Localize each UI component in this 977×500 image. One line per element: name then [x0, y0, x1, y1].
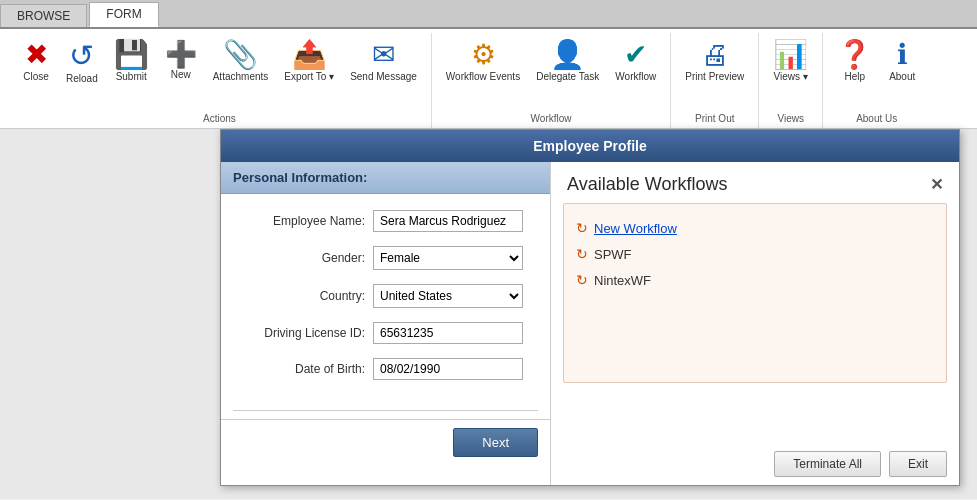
country-select[interactable]: United States Canada UK: [373, 284, 523, 308]
views-group-label: Views: [777, 111, 804, 128]
workflow-button[interactable]: ✔ Workflow: [609, 37, 662, 86]
personal-info-panel: Personal Information: Employee Name: Gen…: [221, 162, 551, 485]
profile-body: Personal Information: Employee Name: Gen…: [221, 162, 959, 485]
ribbon: ✖ Close ↺ Reload 💾 Submit ➕ New 📎 Attach…: [0, 29, 977, 129]
driving-license-input[interactable]: [373, 322, 523, 344]
ribbon-group-workflow: ⚙ Workflow Events 👤 Delegate Task ✔ Work…: [432, 33, 671, 128]
gender-row: Gender: Female Male Other: [233, 246, 538, 270]
aboutus-group-label: About Us: [856, 111, 897, 128]
actions-group-label: Actions: [203, 111, 236, 128]
employee-name-input[interactable]: [373, 210, 523, 232]
workflow-sync-icon-3: ↻: [576, 272, 588, 288]
employee-name-label: Employee Name:: [233, 214, 373, 228]
country-label: Country:: [233, 289, 373, 303]
dob-row: Date of Birth:: [233, 358, 538, 380]
driving-license-label: Driving License ID:: [233, 326, 373, 340]
workflows-list-area: ↻ New Workflow ↻ SPWF ↻ NintexWF: [563, 203, 947, 383]
new-button[interactable]: ➕ New: [159, 37, 203, 84]
gender-select[interactable]: Female Male Other: [373, 246, 523, 270]
profile-title-bar: Employee Profile: [221, 130, 959, 162]
attachments-button[interactable]: 📎 Attachments: [207, 37, 275, 86]
workflow-group-label: Workflow: [531, 111, 572, 128]
nintex-label: NintexWF: [594, 273, 651, 288]
print-preview-button[interactable]: 🖨 Print Preview: [679, 37, 750, 86]
ribbon-group-printout: 🖨 Print Preview Print Out: [671, 33, 759, 128]
workflow-item-new[interactable]: ↻ New Workflow: [576, 220, 934, 236]
close-button[interactable]: ✖ Close: [16, 37, 56, 86]
exit-button[interactable]: Exit: [889, 451, 947, 477]
info-icon: ℹ: [897, 41, 908, 69]
workflow-sync-icon-2: ↻: [576, 246, 588, 262]
submit-button[interactable]: 💾 Submit: [108, 37, 155, 86]
ribbon-group-aboutus: ❓ Help ℹ About About Us: [823, 33, 930, 128]
reload-icon: ↺: [69, 41, 94, 71]
save-icon: 💾: [114, 41, 149, 69]
ribbon-group-views: 📊 Views ▾ Views: [759, 33, 823, 128]
section-header: Personal Information:: [221, 162, 550, 194]
workflow-icon: ✔: [624, 41, 647, 69]
views-icon: 📊: [773, 41, 808, 69]
email-icon: ✉: [372, 41, 395, 69]
delegate-task-button[interactable]: 👤 Delegate Task: [530, 37, 605, 86]
spwf-label: SPWF: [594, 247, 632, 262]
workflow-events-button[interactable]: ⚙ Workflow Events: [440, 37, 526, 86]
workflows-close-button[interactable]: ✕: [930, 177, 943, 193]
workflow-item-spwf[interactable]: ↻ SPWF: [576, 246, 934, 262]
new-icon: ➕: [165, 41, 197, 67]
form-body: Employee Name: Gender: Female Male Other: [221, 194, 550, 410]
new-workflow-link[interactable]: New Workflow: [594, 221, 677, 236]
dob-input[interactable]: [373, 358, 523, 380]
profile-window: Employee Profile Personal Information: E…: [220, 129, 960, 486]
help-icon: ❓: [837, 41, 872, 69]
workflow-item-nintex[interactable]: ↻ NintexWF: [576, 272, 934, 288]
country-row: Country: United States Canada UK: [233, 284, 538, 308]
terminate-all-button[interactable]: Terminate All: [774, 451, 881, 477]
send-message-button[interactable]: ✉ Send Message: [344, 37, 423, 86]
workflows-panel: Available Workflows ✕ ↻ New Workflow ↻: [551, 162, 959, 485]
reload-button[interactable]: ↺ Reload: [60, 37, 104, 88]
main-content: Employee Profile Personal Information: E…: [0, 129, 977, 499]
workflows-title: Available Workflows: [567, 174, 727, 195]
gender-label: Gender:: [233, 251, 373, 265]
close-icon: ✖: [25, 41, 48, 69]
employee-name-row: Employee Name:: [233, 210, 538, 232]
workflow-events-icon: ⚙: [471, 41, 496, 69]
printout-group-label: Print Out: [695, 111, 734, 128]
dob-label: Date of Birth:: [233, 362, 373, 376]
driving-license-row: Driving License ID:: [233, 322, 538, 344]
export-to-button[interactable]: 📤 Export To ▾: [278, 37, 340, 86]
next-button[interactable]: Next: [453, 428, 538, 457]
delegate-icon: 👤: [550, 41, 585, 69]
export-icon: 📤: [292, 41, 327, 69]
tab-form[interactable]: FORM: [89, 2, 158, 27]
profile-title: Employee Profile: [533, 138, 647, 154]
views-button[interactable]: 📊 Views ▾: [767, 37, 814, 86]
tab-browse[interactable]: BROWSE: [0, 4, 87, 27]
ribbon-group-actions: ✖ Close ↺ Reload 💾 Submit ➕ New 📎 Attach…: [8, 33, 432, 128]
paperclip-icon: 📎: [223, 41, 258, 69]
form-footer: Next: [221, 419, 550, 465]
workflows-header: Available Workflows ✕: [551, 162, 959, 203]
workflows-footer: Terminate All Exit: [762, 443, 959, 485]
help-button[interactable]: ❓ Help: [831, 37, 878, 86]
print-icon: 🖨: [701, 41, 729, 69]
workflow-sync-icon-1: ↻: [576, 220, 588, 236]
about-button[interactable]: ℹ About: [882, 37, 922, 86]
